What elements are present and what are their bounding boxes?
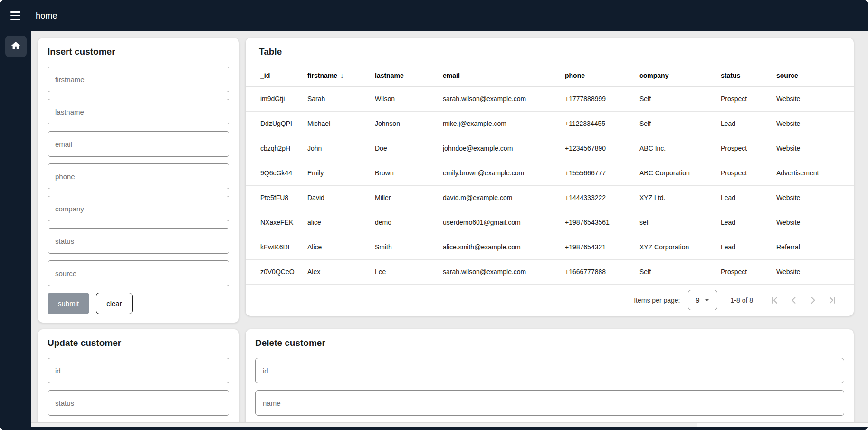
cell-company: XYZ Ltd. (639, 185, 721, 210)
cell-_id: DdzUgQPI (246, 111, 307, 136)
window-frame-bottom (0, 427, 868, 430)
cell-lastname: Doe (375, 136, 443, 161)
paginator-nav (765, 291, 841, 310)
update-status-field[interactable] (48, 390, 229, 416)
cell-source: Website (776, 259, 854, 284)
cell-phone: +1555666777 (565, 161, 639, 185)
cell-_id: z0V0QCeO (246, 259, 307, 284)
menu-icon[interactable] (10, 9, 25, 23)
cell-status: Prospect (721, 136, 776, 161)
page-size-select[interactable]: 9 (688, 290, 717, 310)
company-field[interactable] (48, 196, 229, 221)
email-field[interactable] (48, 131, 229, 157)
cell-phone: +19876543561 (565, 210, 639, 235)
column-header-source[interactable]: source (776, 65, 854, 86)
cell-source: Website (776, 185, 854, 210)
cell-status: Lead (721, 185, 776, 210)
column-header-phone[interactable]: phone (565, 65, 639, 86)
column-header-firstname[interactable]: firstname↓ (307, 65, 375, 86)
sidebar (0, 31, 31, 430)
cell-email: emily.brown@example.com (443, 161, 565, 185)
last-page-icon[interactable] (822, 291, 841, 310)
cell-company: XYZ Corporation (639, 235, 721, 259)
cell-phone: +1234567890 (565, 136, 639, 161)
cell-lastname: demo (375, 210, 443, 235)
delete-customer-title: Delete customer (255, 338, 844, 348)
cell-company: Self (639, 86, 721, 111)
source-field[interactable] (48, 260, 229, 286)
insert-submit-button[interactable]: submit (48, 293, 89, 314)
table-title: Table (246, 47, 854, 57)
app-window: home Insert customer (0, 0, 868, 430)
page-range-label: 1-8 of 8 (731, 296, 753, 304)
cell-phone: +1444333222 (565, 185, 639, 210)
column-header-email[interactable]: email (443, 65, 565, 86)
cell-_id: 9Q6cGk44 (246, 161, 307, 185)
page-size-value: 9 (696, 296, 699, 304)
insert-customer-card: Insert customer submit clear (38, 38, 239, 323)
column-header-lastname[interactable]: lastname (375, 65, 443, 86)
table-row: Pte5fFU8DavidMillerdavid.m@example.com+1… (246, 185, 854, 210)
cell-lastname: Lee (375, 259, 443, 284)
cell-_id: NXaxeFEK (246, 210, 307, 235)
first-page-icon[interactable] (765, 291, 784, 310)
cell-firstname: alice (307, 210, 375, 235)
table-row: cbzqh2pHJohnDoejohndoe@example.com+12345… (246, 136, 854, 161)
cell-company: Self (639, 259, 721, 284)
column-header-status[interactable]: status (721, 65, 776, 86)
table-header-row: _id firstname↓ lastname email phone comp… (246, 65, 854, 86)
table-row: im9dGtjiSarahWilsonsarah.wilson@example.… (246, 86, 854, 111)
cell-firstname: John (307, 136, 375, 161)
horizontal-scrollbar[interactable] (31, 422, 868, 427)
cell-email: sarah.wilson@example.com (443, 86, 565, 111)
cell-_id: im9dGtji (246, 86, 307, 111)
cell-email: johndoe@example.com (443, 136, 565, 161)
column-header-id[interactable]: _id (246, 65, 307, 86)
update-id-field[interactable] (48, 358, 229, 383)
column-header-company[interactable]: company (639, 65, 721, 86)
sort-arrow-icon: ↓ (340, 71, 344, 79)
cell-_id: Pte5fFU8 (246, 185, 307, 210)
delete-customer-card: Delete customer submit clear (246, 329, 854, 430)
next-page-icon[interactable] (803, 291, 822, 310)
cell-status: Prospect (721, 161, 776, 185)
cell-email: userdemo601@gmail.com (443, 210, 565, 235)
delete-name-field[interactable] (255, 390, 844, 416)
customer-table: _id firstname↓ lastname email phone comp… (246, 65, 854, 285)
firstname-field[interactable] (48, 67, 229, 92)
insert-customer-title: Insert customer (48, 47, 229, 57)
cell-status: Lead (721, 235, 776, 259)
phone-field[interactable] (48, 163, 229, 189)
status-field[interactable] (48, 228, 229, 254)
main-content: Insert customer submit clear Table (31, 31, 868, 430)
cell-source: Referral (776, 235, 854, 259)
cell-email: david.m@example.com (443, 185, 565, 210)
cell-source: Website (776, 136, 854, 161)
sidebar-item-home[interactable] (5, 36, 27, 57)
table-row: NXaxeFEKalicedemouserdemo601@gmail.com+1… (246, 210, 854, 235)
table-body: im9dGtjiSarahWilsonsarah.wilson@example.… (246, 86, 854, 284)
cell-phone: +1777888999 (565, 86, 639, 111)
cell-status: Lead (721, 210, 776, 235)
lastname-field[interactable] (48, 99, 229, 124)
table-row: DdzUgQPIMichaelJohnsonmike.j@example.com… (246, 111, 854, 136)
home-icon (10, 40, 21, 52)
insert-clear-button[interactable]: clear (96, 293, 133, 314)
page-title: home (36, 11, 57, 21)
horizontal-scrollbar-thumb[interactable] (31, 423, 697, 427)
cell-source: Website (776, 111, 854, 136)
cell-email: sarah.wilson@example.com (443, 259, 565, 284)
cell-phone: +1122334455 (565, 111, 639, 136)
dropdown-arrow-icon (705, 299, 709, 301)
table-row: 9Q6cGk44EmilyBrownemily.brown@example.co… (246, 161, 854, 185)
cell-firstname: Alice (307, 235, 375, 259)
cell-lastname: Johnson (375, 111, 443, 136)
cell-source: Website (776, 210, 854, 235)
delete-id-field[interactable] (255, 358, 844, 383)
cell-_id: kEwtK6DL (246, 235, 307, 259)
previous-page-icon[interactable] (784, 291, 803, 310)
cell-phone: +1987654321 (565, 235, 639, 259)
cell-firstname: Michael (307, 111, 375, 136)
cell-source: Advertisement (776, 161, 854, 185)
cell-phone: +1666777888 (565, 259, 639, 284)
